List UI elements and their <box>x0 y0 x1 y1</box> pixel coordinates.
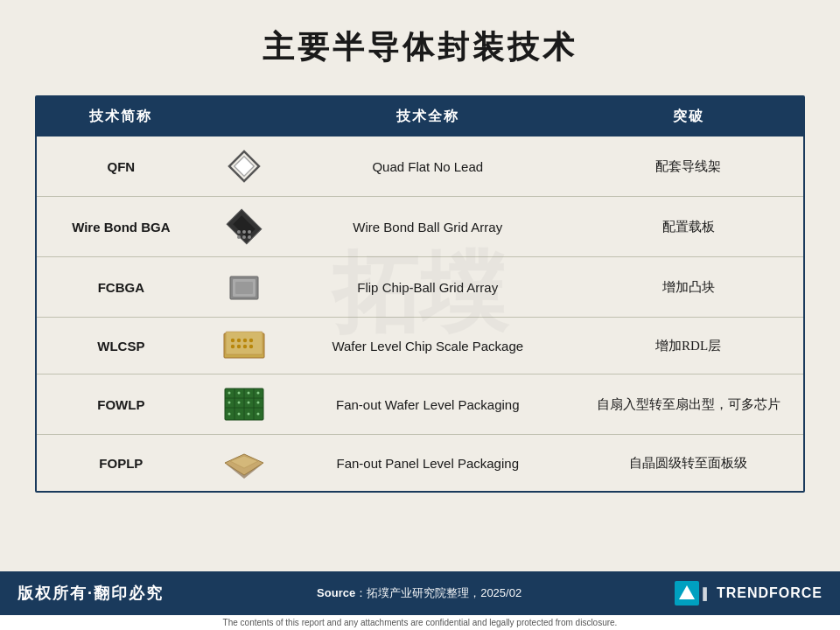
breakthrough-cell: 增加RDL层 <box>573 318 803 374</box>
breakthrough-cell: 配置载板 <box>573 197 803 257</box>
copyright-text: 版权所有·翻印必究 <box>18 583 164 604</box>
breakthrough-cell: 自扇入型转至扇出型，可多芯片 <box>573 374 803 435</box>
svg-point-31 <box>247 392 249 395</box>
abbr-cell: Wire Bond BGA <box>37 197 206 257</box>
breakthrough-cell: 增加凸块 <box>573 257 803 318</box>
full-name-cell: Fan-out Panel Level Packaging <box>282 435 573 492</box>
svg-point-39 <box>247 413 249 416</box>
table-wrapper: 技术简称 技术全称 突破 QFN <box>35 95 805 493</box>
table-row: FCBGA Flip Chip-Ball Grid Array 增加 <box>37 257 803 318</box>
svg-point-19 <box>230 345 234 348</box>
main-content: 主要半导体封装技术 拓墣 技术简称 技术全称 突破 <box>0 0 840 571</box>
svg-point-33 <box>228 402 230 404</box>
header-abbr: 技术简称 <box>37 97 206 136</box>
disclaimer: The contents of this report and any atta… <box>0 615 840 630</box>
svg-point-37 <box>228 413 230 416</box>
icon-cell <box>206 374 283 435</box>
page-container: 主要半导体封装技术 拓墣 技术简称 技术全称 突破 <box>0 0 840 630</box>
full-name-cell: Fan-out Wafer Level Packaging <box>282 374 573 435</box>
svg-point-16 <box>236 339 240 342</box>
svg-point-29 <box>228 392 230 395</box>
icon-cell <box>206 197 283 257</box>
header-breakthrough: 突破 <box>573 97 803 136</box>
svg-point-40 <box>256 413 259 416</box>
svg-point-36 <box>256 402 259 404</box>
abbr-cell: QFN <box>37 136 206 197</box>
logo-area: ▌ TRENDFORCE <box>675 581 822 606</box>
abbr-cell: WLCSP <box>37 318 206 374</box>
table-row: FOWLP <box>37 374 803 435</box>
svg-point-15 <box>230 339 234 342</box>
svg-point-8 <box>242 235 246 239</box>
svg-marker-44 <box>679 585 695 599</box>
svg-rect-12 <box>235 282 253 294</box>
svg-point-35 <box>247 402 249 404</box>
logo-icon <box>675 581 699 606</box>
source-label: Source <box>317 586 355 599</box>
svg-point-18 <box>248 339 252 342</box>
abbr-cell: FOWLP <box>37 374 206 435</box>
trendforce-logo: ▌ TRENDFORCE <box>675 581 822 606</box>
full-name-cell: Wafer Level Chip Scale Package <box>282 318 573 374</box>
full-name-cell: Flip Chip-Ball Grid Array <box>282 257 573 318</box>
abbr-cell: FCBGA <box>37 257 206 318</box>
table-row: WLCSP <box>37 318 803 374</box>
breakthrough-cell: 自晶圆级转至面板级 <box>573 435 803 492</box>
svg-point-6 <box>248 230 251 234</box>
svg-point-9 <box>248 235 251 239</box>
icon-cell <box>206 136 283 197</box>
header-full: 技术全称 <box>282 97 573 136</box>
footer: 版权所有·翻印必究 Source：拓墣产业研究院整理，2025/02 ▌ TRE… <box>0 571 840 615</box>
icon-cell <box>206 435 283 492</box>
table-header-row: 技术简称 技术全称 突破 <box>37 97 803 136</box>
svg-rect-14 <box>226 332 262 354</box>
table-row: FOPLP <box>37 435 803 492</box>
svg-point-38 <box>237 413 240 416</box>
breakthrough-cell: 配套导线架 <box>573 136 803 197</box>
icon-cell <box>206 318 283 374</box>
svg-point-7 <box>237 235 241 239</box>
svg-point-5 <box>242 230 246 234</box>
svg-point-32 <box>256 392 259 395</box>
table-row: Wire Bond BGA <box>37 197 803 257</box>
source-text: Source：拓墣产业研究院整理，2025/02 <box>317 585 522 601</box>
full-name-cell: Quad Flat No Lead <box>282 136 573 197</box>
abbr-cell: FOPLP <box>37 435 206 492</box>
table-row: QFN Quad Flat No Lead 配套导线架 <box>37 136 803 197</box>
svg-point-34 <box>237 402 240 404</box>
icon-cell <box>206 257 283 318</box>
source-detail: ：拓墣产业研究院整理，2025/02 <box>355 586 522 599</box>
svg-point-21 <box>242 345 246 348</box>
svg-point-4 <box>237 230 241 234</box>
logo-text: ▌ TRENDFORCE <box>703 585 822 601</box>
main-table: 技术简称 技术全称 突破 QFN <box>37 97 803 491</box>
page-title: 主要半导体封装技术 <box>262 26 578 69</box>
svg-point-20 <box>236 345 240 348</box>
full-name-cell: Wire Bond Ball Grid Array <box>282 197 573 257</box>
svg-point-22 <box>248 345 252 348</box>
svg-point-30 <box>237 392 240 395</box>
header-icon-col <box>206 97 283 136</box>
svg-point-17 <box>242 339 246 342</box>
